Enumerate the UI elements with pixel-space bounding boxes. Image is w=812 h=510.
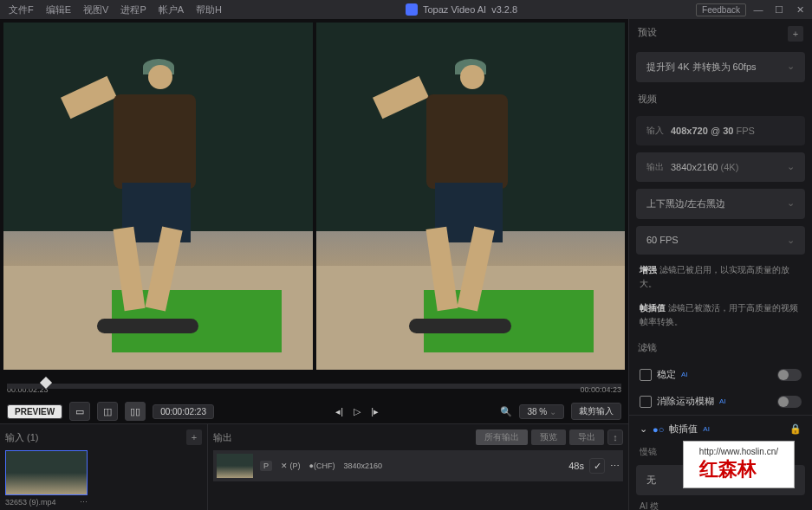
inputs-heading: 输入 (1): [5, 431, 39, 444]
stabilize-icon: [640, 369, 652, 381]
current-timecode[interactable]: 00:00:02:23: [153, 404, 214, 419]
motion-blur-toggle[interactable]: [777, 396, 802, 408]
filters-heading: 滤镜: [638, 341, 657, 354]
menu-file[interactable]: 文件F: [3, 2, 39, 18]
prev-frame-button[interactable]: ◂|: [335, 406, 343, 417]
next-frame-button[interactable]: |▸: [371, 406, 379, 417]
fps-dropdown[interactable]: 60 FPS⌄: [636, 226, 805, 255]
menu-help[interactable]: 帮助H: [191, 2, 227, 18]
outputs-heading: 输出: [213, 431, 232, 444]
input-menu-icon[interactable]: ⋯: [80, 498, 88, 507]
preview-button[interactable]: PREVIEW: [7, 404, 62, 419]
view-split-icon[interactable]: ◫: [97, 402, 118, 421]
menu-account[interactable]: 帐户A: [153, 2, 189, 18]
preset-heading: 预设: [638, 26, 657, 42]
output-thumbnail: [217, 454, 253, 478]
preset-dropdown[interactable]: 提升到 4K 并转换为 60fps⌄: [636, 52, 805, 82]
video-heading: 视频: [638, 93, 657, 106]
ai-model-label: AI 模: [629, 499, 812, 510]
add-preset-button[interactable]: +: [788, 26, 803, 42]
tab-all-outputs[interactable]: 所有输出: [476, 429, 528, 445]
output-resolution-dropdown[interactable]: 输出 3840x2160 (4K) ⌄: [636, 152, 805, 182]
input-thumbnail[interactable]: [5, 450, 88, 495]
playhead[interactable]: [40, 377, 52, 389]
app-logo-icon: [406, 3, 418, 16]
expand-icon[interactable]: ⌄: [640, 423, 647, 435]
play-button[interactable]: ▷: [354, 406, 361, 417]
input-resolution-row: 输入 408x720 @ 30 FPS: [636, 116, 805, 145]
output-duration: 48s: [568, 461, 584, 471]
tab-export[interactable]: 导出: [569, 429, 604, 445]
app-title: Topaz Video AI v3.2.8: [227, 3, 696, 16]
tab-preview[interactable]: 预览: [531, 429, 566, 445]
timecode-end: 00:00:04:23: [580, 385, 621, 394]
motion-blur-icon: [640, 396, 652, 408]
trim-input-button[interactable]: 裁剪输入: [571, 403, 621, 420]
main-menu: 文件F 编辑E 视图V 进程P 帐户A 帮助H: [3, 2, 227, 18]
enhance-description: 增强 滤镜已被启用，以实现高质量的放大。: [629, 258, 812, 296]
close-button[interactable]: ✕: [791, 1, 809, 18]
lock-icon: 🔒: [789, 423, 802, 435]
output-row[interactable]: P ✕ (P) ●(CHF) 3840x2160 48s ✓ ⋯: [213, 450, 623, 481]
menu-edit[interactable]: 编辑E: [41, 2, 76, 18]
output-resolution: 3840x2160: [343, 462, 382, 470]
add-input-button[interactable]: +: [186, 429, 202, 445]
minimize-button[interactable]: —: [750, 1, 767, 18]
maximize-button[interactable]: ☐: [770, 1, 788, 18]
output-more-icon[interactable]: ⋯: [610, 461, 620, 472]
preview-original: [3, 23, 313, 370]
crop-dropdown[interactable]: 上下黑边/左右黑边⌄: [636, 189, 805, 219]
zoom-icon: 🔍: [500, 406, 512, 417]
timeline[interactable]: 00:00:02:23 00:00:04:23: [0, 373, 628, 399]
view-single-icon[interactable]: ▭: [69, 402, 90, 421]
menu-view[interactable]: 视图V: [78, 2, 114, 18]
menu-process[interactable]: 进程P: [115, 2, 151, 18]
codec-badge-p: P: [260, 461, 272, 471]
sort-icon[interactable]: ↕: [607, 429, 623, 445]
feedback-button[interactable]: Feedback: [696, 3, 746, 16]
watermark: http://www.hoslin.cn/ 红森林: [683, 441, 795, 488]
view-side-icon[interactable]: ▯▯: [125, 402, 146, 421]
zoom-dropdown[interactable]: 38 % ⌄: [519, 404, 564, 419]
preview-enhanced: [316, 23, 626, 370]
output-confirm-icon[interactable]: ✓: [589, 458, 605, 474]
stabilize-toggle[interactable]: [777, 369, 802, 381]
interp-description: 帧插值 滤镜已被激活，用于高质量的视频帧率转换。: [629, 296, 812, 334]
input-filename: 32653 (9).mp4: [5, 498, 56, 507]
